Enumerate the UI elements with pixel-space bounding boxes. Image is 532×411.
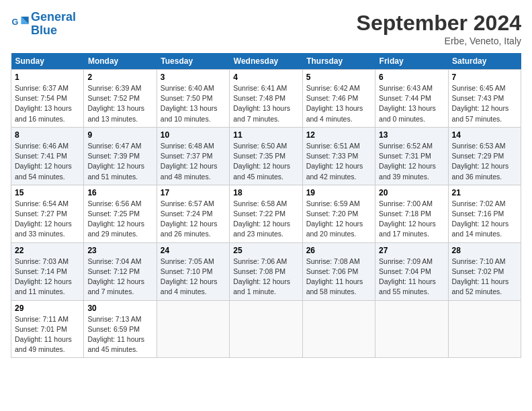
day-info: Sunrise: 6:52 AM Sunset: 7:31 PM Dayligh…	[379, 141, 444, 182]
calendar-cell	[375, 300, 448, 358]
dow-header: Thursday	[302, 53, 375, 70]
calendar-cell	[302, 300, 375, 358]
calendar-cell: 6Sunrise: 6:43 AM Sunset: 7:44 PM Daylig…	[375, 70, 448, 128]
day-info: Sunrise: 6:56 AM Sunset: 7:25 PM Dayligh…	[87, 199, 152, 240]
calendar-cell: 10Sunrise: 6:48 AM Sunset: 7:37 PM Dayli…	[157, 127, 229, 185]
day-info: Sunrise: 6:58 AM Sunset: 7:22 PM Dayligh…	[233, 199, 298, 240]
calendar-week: 8Sunrise: 6:46 AM Sunset: 7:41 PM Daylig…	[11, 127, 521, 185]
dow-header: Monday	[84, 53, 157, 70]
day-number: 22	[15, 246, 80, 255]
day-info: Sunrise: 6:57 AM Sunset: 7:24 PM Dayligh…	[161, 199, 226, 240]
calendar-cell: 3Sunrise: 6:40 AM Sunset: 7:50 PM Daylig…	[157, 70, 229, 128]
day-info: Sunrise: 6:53 AM Sunset: 7:29 PM Dayligh…	[452, 141, 517, 182]
day-info: Sunrise: 7:02 AM Sunset: 7:16 PM Dayligh…	[452, 199, 517, 240]
calendar-cell: 21Sunrise: 7:02 AM Sunset: 7:16 PM Dayli…	[448, 185, 521, 242]
day-number: 14	[452, 130, 517, 140]
day-info: Sunrise: 7:13 AM Sunset: 6:59 PM Dayligh…	[87, 314, 152, 355]
day-info: Sunrise: 6:43 AM Sunset: 7:44 PM Dayligh…	[379, 83, 444, 124]
day-number: 30	[87, 304, 152, 313]
day-number: 10	[161, 130, 226, 140]
svg-text:G: G	[11, 17, 18, 27]
page: G General Blue September 2024 Erbe, Vene…	[0, 0, 532, 365]
logo-blue: Blue	[31, 24, 76, 38]
day-info: Sunrise: 6:46 AM Sunset: 7:41 PM Dayligh…	[15, 141, 80, 182]
day-number: 11	[233, 130, 298, 140]
calendar-cell: 14Sunrise: 6:53 AM Sunset: 7:29 PM Dayli…	[448, 127, 521, 185]
day-info: Sunrise: 6:37 AM Sunset: 7:54 PM Dayligh…	[15, 83, 80, 124]
logo-general: General	[31, 10, 76, 24]
calendar-cell	[157, 300, 229, 358]
calendar-cell: 22Sunrise: 7:03 AM Sunset: 7:14 PM Dayli…	[11, 242, 84, 300]
day-number: 6	[379, 73, 444, 82]
calendar-cell: 4Sunrise: 6:41 AM Sunset: 7:48 PM Daylig…	[230, 70, 302, 128]
day-info: Sunrise: 6:41 AM Sunset: 7:48 PM Dayligh…	[233, 83, 298, 124]
calendar-cell: 5Sunrise: 6:42 AM Sunset: 7:46 PM Daylig…	[302, 70, 375, 128]
calendar-table: SundayMondayTuesdayWednesdayThursdayFrid…	[11, 53, 521, 358]
header: G General Blue September 2024 Erbe, Vene…	[11, 11, 521, 46]
day-number: 13	[379, 130, 444, 140]
day-number: 19	[306, 188, 371, 197]
day-number: 4	[233, 73, 298, 82]
calendar-cell: 23Sunrise: 7:04 AM Sunset: 7:12 PM Dayli…	[84, 242, 157, 300]
day-info: Sunrise: 6:42 AM Sunset: 7:46 PM Dayligh…	[306, 83, 371, 124]
days-of-week-row: SundayMondayTuesdayWednesdayThursdayFrid…	[11, 53, 521, 70]
day-info: Sunrise: 6:50 AM Sunset: 7:35 PM Dayligh…	[233, 141, 298, 182]
logo: G General Blue	[11, 11, 76, 38]
dow-header: Wednesday	[230, 53, 302, 70]
day-info: Sunrise: 6:51 AM Sunset: 7:33 PM Dayligh…	[306, 141, 371, 182]
dow-header: Sunday	[11, 53, 84, 70]
logo-icon: G	[11, 15, 30, 34]
calendar-cell: 26Sunrise: 7:08 AM Sunset: 7:06 PM Dayli…	[302, 242, 375, 300]
calendar-cell: 28Sunrise: 7:10 AM Sunset: 7:02 PM Dayli…	[448, 242, 521, 300]
day-number: 26	[306, 246, 371, 255]
day-number: 7	[452, 73, 517, 82]
day-number: 5	[306, 73, 371, 82]
calendar-week: 22Sunrise: 7:03 AM Sunset: 7:14 PM Dayli…	[11, 242, 521, 300]
calendar-body: 1Sunrise: 6:37 AM Sunset: 7:54 PM Daylig…	[11, 70, 521, 358]
location: Erbe, Veneto, Italy	[357, 36, 521, 46]
day-number: 27	[379, 246, 444, 255]
day-number: 2	[87, 73, 152, 82]
day-number: 28	[452, 246, 517, 255]
calendar-cell: 12Sunrise: 6:51 AM Sunset: 7:33 PM Dayli…	[302, 127, 375, 185]
day-info: Sunrise: 7:03 AM Sunset: 7:14 PM Dayligh…	[15, 257, 80, 298]
day-info: Sunrise: 7:04 AM Sunset: 7:12 PM Dayligh…	[87, 257, 152, 298]
day-info: Sunrise: 6:48 AM Sunset: 7:37 PM Dayligh…	[161, 141, 226, 182]
day-info: Sunrise: 7:05 AM Sunset: 7:10 PM Dayligh…	[161, 257, 226, 298]
calendar-cell: 2Sunrise: 6:39 AM Sunset: 7:52 PM Daylig…	[84, 70, 157, 128]
calendar-cell: 25Sunrise: 7:06 AM Sunset: 7:08 PM Dayli…	[230, 242, 302, 300]
calendar-cell: 8Sunrise: 6:46 AM Sunset: 7:41 PM Daylig…	[11, 127, 84, 185]
calendar-cell: 19Sunrise: 6:59 AM Sunset: 7:20 PM Dayli…	[302, 185, 375, 242]
day-number: 8	[15, 130, 80, 140]
dow-header: Tuesday	[157, 53, 229, 70]
day-number: 3	[161, 73, 226, 82]
calendar-week: 29Sunrise: 7:11 AM Sunset: 7:01 PM Dayli…	[11, 300, 521, 358]
calendar-cell: 18Sunrise: 6:58 AM Sunset: 7:22 PM Dayli…	[230, 185, 302, 242]
title-block: September 2024 Erbe, Veneto, Italy	[357, 11, 521, 46]
day-number: 17	[161, 188, 226, 197]
day-info: Sunrise: 6:47 AM Sunset: 7:39 PM Dayligh…	[87, 141, 152, 182]
calendar-cell: 1Sunrise: 6:37 AM Sunset: 7:54 PM Daylig…	[11, 70, 84, 128]
day-number: 21	[452, 188, 517, 197]
dow-header: Friday	[375, 53, 448, 70]
calendar-cell: 7Sunrise: 6:45 AM Sunset: 7:43 PM Daylig…	[448, 70, 521, 128]
calendar-cell: 20Sunrise: 7:00 AM Sunset: 7:18 PM Dayli…	[375, 185, 448, 242]
day-number: 24	[161, 246, 226, 255]
day-info: Sunrise: 6:59 AM Sunset: 7:20 PM Dayligh…	[306, 199, 371, 240]
day-number: 25	[233, 246, 298, 255]
month-title: September 2024	[357, 11, 521, 36]
day-number: 15	[15, 188, 80, 197]
calendar-cell: 13Sunrise: 6:52 AM Sunset: 7:31 PM Dayli…	[375, 127, 448, 185]
calendar-cell: 24Sunrise: 7:05 AM Sunset: 7:10 PM Dayli…	[157, 242, 229, 300]
calendar-cell: 16Sunrise: 6:56 AM Sunset: 7:25 PM Dayli…	[84, 185, 157, 242]
day-number: 1	[15, 73, 80, 82]
calendar-cell: 17Sunrise: 6:57 AM Sunset: 7:24 PM Dayli…	[157, 185, 229, 242]
day-number: 20	[379, 188, 444, 197]
day-info: Sunrise: 6:40 AM Sunset: 7:50 PM Dayligh…	[161, 83, 226, 124]
day-number: 9	[87, 130, 152, 140]
calendar-cell	[448, 300, 521, 358]
day-info: Sunrise: 7:11 AM Sunset: 7:01 PM Dayligh…	[15, 314, 80, 355]
day-number: 16	[87, 188, 152, 197]
day-info: Sunrise: 7:00 AM Sunset: 7:18 PM Dayligh…	[379, 199, 444, 240]
day-info: Sunrise: 7:09 AM Sunset: 7:04 PM Dayligh…	[379, 257, 444, 298]
